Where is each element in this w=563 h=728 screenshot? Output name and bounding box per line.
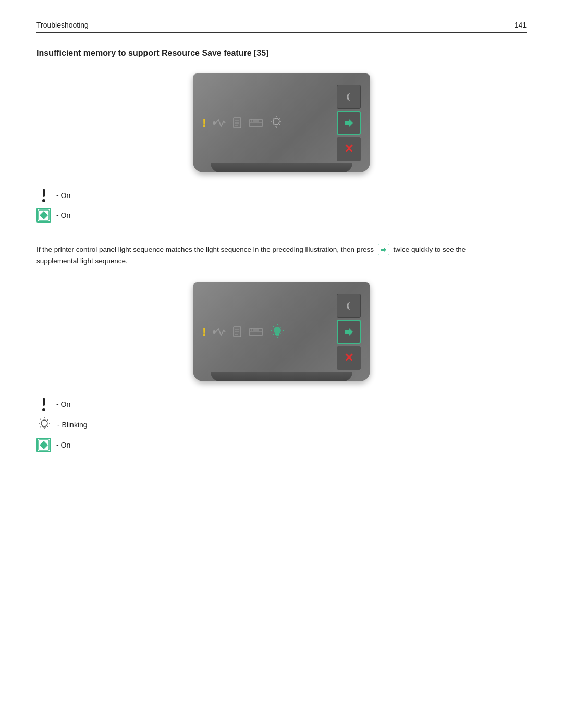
svg-line-57 — [47, 420, 48, 421]
printer-panel-2: ! — [193, 282, 370, 381]
svg-point-35 — [274, 327, 281, 334]
panel2-sleep-button — [337, 294, 361, 318]
svg-point-9 — [273, 118, 279, 125]
svg-line-16 — [273, 125, 274, 126]
panel1-sleep-button — [337, 85, 361, 109]
panel1-light-icon — [270, 116, 283, 130]
svg-point-48 — [42, 408, 45, 411]
svg-point-49 — [41, 420, 47, 426]
svg-line-56 — [40, 427, 41, 428]
panel2-light-blinking-icon — [270, 324, 285, 340]
panel2-exclamation-icon: ! — [202, 325, 206, 339]
panel2-go-button — [337, 320, 361, 344]
legend1-diamond-text: - On — [56, 211, 70, 219]
panel1-buttons: ✕ — [337, 85, 361, 161]
legend-section-2: - On - Blinking — [36, 397, 527, 452]
legend1-item-diamond: - On — [36, 208, 527, 223]
printer-panel-1: ! — [193, 73, 370, 172]
panel1-go-button — [337, 111, 361, 135]
panel1-icons-row: ! — [202, 116, 332, 130]
legend2-bulb-text: - Blinking — [57, 421, 88, 429]
separator-1 — [36, 233, 527, 233]
legend-section-1: - On - On — [36, 188, 527, 223]
panel1-tray-icon — [249, 117, 263, 129]
inline-go-button — [378, 244, 389, 255]
svg-rect-34 — [253, 329, 259, 331]
header-left: Troubleshooting — [36, 21, 89, 29]
legend1-item-exclaim: - On — [36, 188, 527, 203]
svg-marker-24 — [40, 211, 48, 219]
svg-marker-46 — [345, 328, 353, 336]
panel1-cancel-button: ✕ — [337, 137, 361, 161]
svg-line-17 — [279, 119, 280, 120]
svg-marker-61 — [40, 441, 48, 449]
panel2-network-icon — [212, 326, 227, 338]
panel1-exclamation-icon: ! — [202, 116, 206, 130]
svg-marker-25 — [381, 247, 386, 252]
svg-point-22 — [42, 199, 45, 202]
svg-line-42 — [273, 334, 274, 335]
svg-rect-47 — [43, 398, 45, 406]
legend2-bulb-icon — [36, 417, 52, 433]
legend2-exclaim-icon — [36, 397, 51, 412]
svg-line-41 — [281, 334, 282, 335]
svg-line-43 — [281, 327, 282, 328]
legend2-exclaim-text: - On — [56, 400, 70, 409]
legend2-item-diamond: - On — [36, 438, 527, 452]
svg-rect-21 — [43, 189, 45, 197]
svg-point-0 — [213, 121, 216, 125]
legend1-exclaim-text: - On — [56, 191, 70, 200]
header-right: 141 — [515, 21, 527, 29]
legend2-diamond-text: - On — [56, 441, 70, 449]
panel2-page-icon — [233, 326, 242, 338]
svg-line-55 — [47, 426, 48, 427]
panel2-cancel-button: ✕ — [337, 346, 361, 370]
panel2-tray-icon — [249, 326, 263, 338]
panel2-icons-row: ! — [202, 324, 332, 340]
section-title: Insufficient memory to support Resource … — [36, 48, 527, 58]
svg-line-15 — [279, 124, 280, 125]
legend2-item-bulb: - Blinking — [36, 417, 527, 433]
svg-marker-20 — [345, 119, 353, 127]
svg-line-54 — [40, 419, 41, 420]
svg-rect-8 — [253, 120, 259, 122]
legend1-exclaim-icon — [36, 188, 51, 203]
legend2-diamond-icon — [36, 438, 51, 452]
svg-line-14 — [273, 118, 274, 119]
instruction-paragraph: If the printer control panel light seque… — [36, 244, 485, 267]
panel1-page-icon — [233, 117, 242, 129]
legend2-item-exclaim: - On — [36, 397, 527, 412]
svg-point-26 — [213, 330, 216, 334]
page-header: Troubleshooting 141 — [36, 21, 527, 33]
legend1-diamond-icon — [36, 208, 51, 223]
svg-line-40 — [273, 326, 274, 327]
instruction-text-part1: If the printer control panel light seque… — [36, 245, 374, 253]
panel1-network-icon — [212, 117, 227, 129]
panel2-buttons: ✕ — [337, 294, 361, 370]
